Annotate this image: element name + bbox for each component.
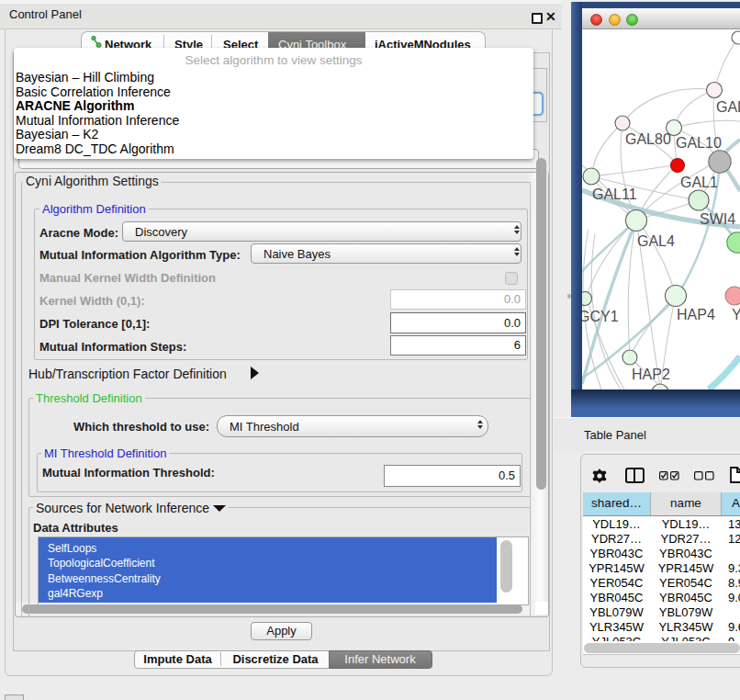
svg-text:GAL4: GAL4 bbox=[637, 233, 675, 249]
svg-text:GAL11: GAL11 bbox=[592, 186, 637, 202]
svg-text:GCY1: GCY1 bbox=[582, 309, 619, 324]
svg-text:GAL10: GAL10 bbox=[676, 135, 722, 151]
svg-text:GAL: GAL bbox=[716, 99, 740, 115]
svg-text:SWI4: SWI4 bbox=[700, 211, 735, 227]
svg-text:GAL1: GAL1 bbox=[680, 175, 718, 190]
svg-text:GAL80: GAL80 bbox=[625, 131, 671, 147]
svg-text:HAP2: HAP2 bbox=[632, 367, 670, 382]
svg-text:Y: Y bbox=[732, 307, 740, 322]
svg-text:HAP4: HAP4 bbox=[677, 307, 715, 322]
